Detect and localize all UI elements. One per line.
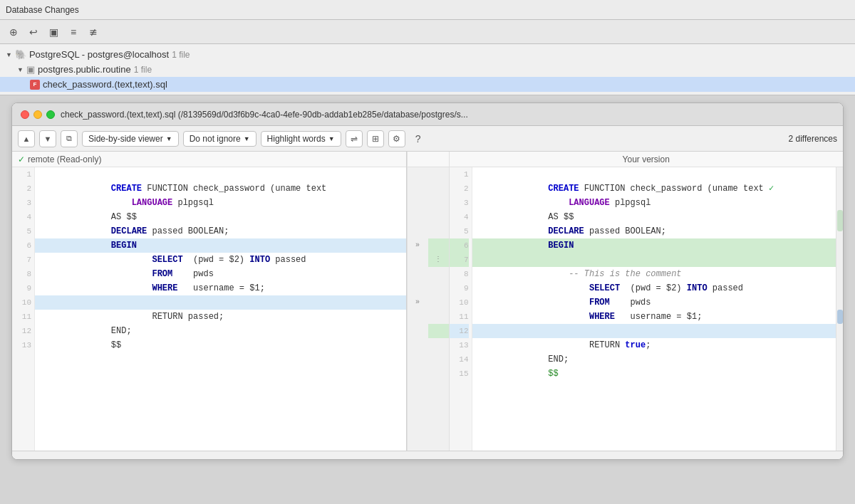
file-icon-f: F	[30, 80, 40, 90]
left-line-numbers: 1 2 3 4 5 6 7 8 9 10 11 12 13	[12, 167, 35, 451]
file-label: check_password.(text,text).sql	[43, 79, 167, 90]
file-tree: ▼ 🐘 PostgreSQL - postgres@localhost 1 fi…	[0, 44, 855, 95]
grid-icon-btn[interactable]: ⊞	[367, 130, 384, 147]
maximize-button[interactable]	[46, 110, 55, 119]
chevron-down-icon: ▼	[6, 51, 12, 58]
highlight-label: Highlight words	[267, 134, 326, 144]
left-pane-header: ✓ remote (Read-only)	[12, 152, 406, 167]
right-header-label: Your version	[623, 154, 670, 164]
gutter-left-col: » »	[408, 167, 428, 451]
right-pane: Your version 1 2 3 4 5 6 7 8 9	[450, 152, 844, 451]
nav-down-button[interactable]: ▼	[39, 130, 56, 147]
highlight-dropdown[interactable]: Highlight words ▼	[261, 131, 341, 147]
left-code: CREATE FUNCTION check_password (uname te…	[35, 167, 406, 451]
postgres-label: PostgreSQL - postgres@localhost	[29, 49, 169, 60]
nav-up-button[interactable]: ▲	[18, 130, 35, 147]
diff-toolbar: ▲ ▼ ⧉ Side-by-side viewer ▼ Do not ignor…	[12, 126, 843, 152]
left-pane: ✓ remote (Read-only) 1 2 3 4 5 6 7 8	[12, 152, 407, 451]
diff-window: check_password.(text,text).sql (/8139569…	[11, 103, 844, 460]
right-code: CREATE FUNCTION check_password (uname te…	[472, 167, 836, 451]
gear-icon-btn[interactable]: ⚙	[388, 130, 405, 147]
postgres-badge: 1 file	[172, 50, 190, 60]
right-line-1: CREATE FUNCTION check_password (uname te…	[472, 167, 836, 182]
left-header-label: remote (Read-only)	[28, 154, 101, 164]
db-icon: 🐘	[15, 49, 26, 60]
diff-content: ✓ remote (Read-only) 1 2 3 4 5 6 7 8	[12, 152, 843, 451]
toolbar-icon-align[interactable]: ≡	[66, 24, 81, 40]
routine-label: postgres.public.routine	[38, 64, 131, 75]
viewer-dropdown[interactable]: Side-by-side viewer ▼	[82, 131, 179, 147]
gutter-right-col: ⋮	[428, 167, 449, 451]
window-titlebar: check_password.(text,text).sql (/8139569…	[12, 103, 843, 126]
copy-button[interactable]: ⧉	[61, 130, 78, 147]
tree-item-routine[interactable]: ▼ ▣ postgres.public.routine 1 file	[0, 62, 855, 77]
right-pane-header: Your version	[450, 152, 844, 167]
viewer-label: Side-by-side viewer	[88, 134, 163, 144]
ignore-arrow-icon: ▼	[244, 135, 250, 142]
folder-icon: ▣	[26, 64, 35, 75]
toolbar-icon-home[interactable]: ⊕	[6, 24, 21, 40]
left-line-1: CREATE FUNCTION check_password (uname te…	[35, 167, 406, 182]
minimize-button[interactable]	[33, 110, 42, 119]
routine-badge: 1 file	[134, 65, 152, 75]
traffic-lights	[21, 110, 55, 119]
app-toolbar: ⊕ ↩ ▣ ≡ ≢	[0, 20, 855, 44]
right-line-numbers: 1 2 3 4 5 6 7 8 9 10 11 12 13 14	[450, 167, 472, 451]
window-title: check_password.(text,text).sql (/8139569…	[61, 110, 834, 120]
settings-icon-btn[interactable]: ⇌	[346, 130, 363, 147]
diff-bottom-bar	[12, 451, 843, 459]
toolbar-icon-save[interactable]: ▣	[46, 24, 61, 40]
close-button[interactable]	[21, 110, 29, 119]
app-title: Database Changes	[6, 5, 79, 15]
right-scrollbar[interactable]	[836, 167, 843, 451]
tree-item-postgres[interactable]: ▼ 🐘 PostgreSQL - postgres@localhost 1 fi…	[0, 47, 855, 62]
toolbar-icon-align2[interactable]: ≢	[86, 24, 101, 40]
ignore-dropdown[interactable]: Do not ignore ▼	[183, 131, 256, 147]
tree-item-file[interactable]: F check_password.(text,text).sql	[0, 77, 855, 92]
dropdown-arrow-icon: ▼	[166, 135, 172, 142]
chevron-down-icon-2: ▼	[17, 66, 24, 73]
gutter: » »	[407, 152, 450, 451]
ignore-label: Do not ignore	[190, 134, 241, 144]
diff-count: 2 differences	[789, 134, 838, 144]
highlight-arrow-icon: ▼	[328, 135, 335, 142]
help-icon-btn[interactable]: ?	[410, 130, 427, 147]
toolbar-icon-undo[interactable]: ↩	[26, 24, 41, 40]
